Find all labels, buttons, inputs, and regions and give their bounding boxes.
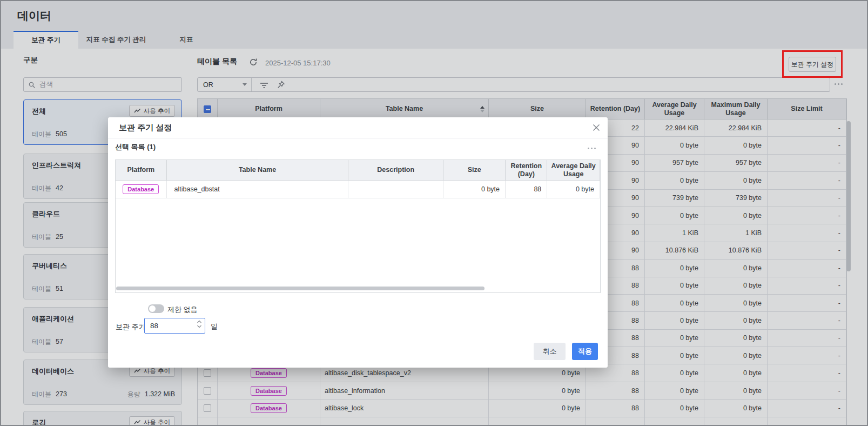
retention-cell: 88 [506, 181, 547, 198]
dialog-more-options-icon[interactable] [588, 148, 596, 149]
selection-count-label: 선택 목록 (1) [115, 142, 156, 152]
apply-button[interactable]: 적용 [572, 343, 598, 360]
platform-cell: Database [116, 181, 167, 198]
table-name-cell: altibase_dbstat [167, 181, 349, 198]
toggle-knob [149, 305, 156, 312]
stepper-down-icon [197, 325, 202, 328]
stepper-up-icon [197, 320, 202, 323]
retention-period-input[interactable]: 88 [144, 318, 205, 334]
dialog-table-header-row: PlatformTable NameDescriptionSizeRetenti… [116, 160, 600, 181]
app-window: 데이터 보관 주기 지표 수집 주기 관리 지표 구분 검색 전체사용 추이테이… [0, 0, 868, 426]
dialog-column-header: Description [348, 160, 443, 180]
horizontal-scrollbar[interactable] [116, 287, 485, 290]
no-limit-label: 제한 없음 [167, 305, 198, 315]
no-limit-toggle[interactable] [148, 304, 164, 313]
dialog-title: 보관 주기 설정 [119, 123, 172, 133]
retention-period-value: 88 [150, 322, 158, 330]
size-cell: 0 byte [443, 181, 506, 198]
selected-tables-table: PlatformTable NameDescriptionSizeRetenti… [115, 159, 601, 293]
dialog-column-header: Platform [116, 160, 167, 180]
number-stepper[interactable] [197, 320, 202, 328]
dialog-column-header: Retention (Day) [506, 160, 547, 180]
close-icon[interactable] [592, 123, 601, 132]
retention-settings-dialog: 보관 주기 설정 선택 목록 (1) PlatformTable NameDes… [108, 117, 608, 368]
avg-usage-cell: 0 byte [547, 181, 600, 198]
dialog-column-header: Size [443, 160, 506, 180]
day-unit-label: 일 [211, 322, 218, 331]
dialog-column-header: Average Daily Usage [547, 160, 600, 180]
dialog-header: 보관 주기 설정 [108, 117, 608, 138]
cancel-button[interactable]: 취소 [534, 343, 566, 360]
platform-badge: Database [123, 184, 159, 194]
description-cell [348, 181, 443, 198]
dialog-column-header: Table Name [167, 160, 349, 180]
retention-period-label: 보관 주기 [116, 322, 146, 332]
dialog-table-row[interactable]: Databasealtibase_dbstat0 byte880 byte [116, 181, 600, 198]
